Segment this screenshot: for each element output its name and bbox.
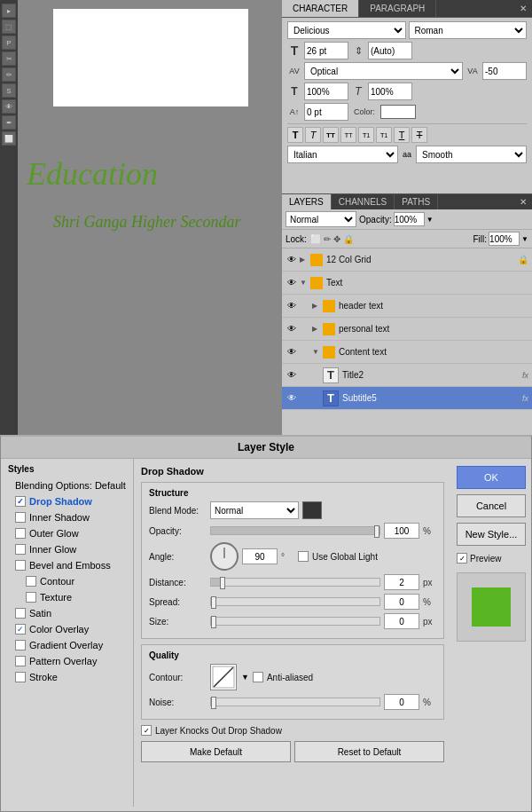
layer-12-col-grid[interactable]: 👁 ▶ 12 Col Grid 🔒 xyxy=(282,248,532,272)
tool-move[interactable]: ▸ xyxy=(2,4,16,18)
tool-paint[interactable]: ✏ xyxy=(2,67,16,82)
aa-select[interactable]: Smooth xyxy=(416,146,527,163)
lock-all-icon[interactable]: 🔒 xyxy=(343,234,354,244)
eye-icon-content[interactable]: 👁 xyxy=(286,346,298,359)
lock-paint-icon[interactable]: ✏ xyxy=(324,234,331,244)
h-scale-input[interactable] xyxy=(368,83,412,100)
char-panel-close[interactable]: ✕ xyxy=(514,0,532,17)
layer-text-group[interactable]: 👁 ▼ Text xyxy=(282,272,532,295)
ds-opacity-knob[interactable] xyxy=(374,525,379,538)
ds-size-slider[interactable] xyxy=(210,617,380,626)
tool-select[interactable]: ⬚ xyxy=(2,20,16,34)
italic-btn[interactable]: T xyxy=(305,127,321,143)
make-default-btn[interactable]: Make Default xyxy=(141,741,291,762)
ds-contour-preview[interactable] xyxy=(210,664,237,690)
drop-shadow-checkbox[interactable] xyxy=(15,496,26,507)
ds-spread-slider[interactable] xyxy=(210,597,380,606)
ds-shadow-color[interactable] xyxy=(302,501,322,519)
tool-crop[interactable]: ✂ xyxy=(2,51,16,66)
ds-noise-knob[interactable] xyxy=(211,697,216,709)
lock-transparent-icon[interactable]: ⬜ xyxy=(310,234,321,244)
tab-character[interactable]: CHARACTER xyxy=(282,0,359,17)
fill-arrow[interactable]: ▼ xyxy=(521,235,528,243)
style-item-contour[interactable]: Contour xyxy=(1,573,133,589)
allcaps-btn[interactable]: TT xyxy=(323,127,339,143)
layer-subtitle5[interactable]: 👁 T Subtitle5 fx xyxy=(282,387,532,410)
layer-header-text[interactable]: 👁 ▶ header text xyxy=(282,295,532,318)
style-item-blending[interactable]: Blending Options: Default xyxy=(1,477,133,493)
inner-glow-checkbox[interactable] xyxy=(15,544,26,555)
style-item-pattern-overlay[interactable]: Pattern Overlay xyxy=(1,653,133,669)
opacity-input[interactable] xyxy=(394,212,425,226)
style-item-bevel-emboss[interactable]: Bevel and Emboss xyxy=(1,557,133,573)
style-item-drop-shadow[interactable]: Drop Shadow xyxy=(1,493,133,509)
ds-distance-knob[interactable] xyxy=(220,577,225,589)
eye-icon-grid[interactable]: 👁 xyxy=(286,254,298,266)
subscript-btn[interactable]: T1 xyxy=(376,127,392,143)
strikethrough-btn[interactable]: T xyxy=(411,127,427,143)
font-style-select[interactable]: Roman xyxy=(409,21,528,39)
leading-input[interactable] xyxy=(368,42,412,59)
ok-btn[interactable]: OK xyxy=(457,466,526,489)
arrow-header[interactable]: ▶ xyxy=(312,302,321,310)
style-item-gradient-overlay[interactable]: Gradient Overlay xyxy=(1,637,133,653)
style-item-satin[interactable]: Satin xyxy=(1,605,133,621)
bold-btn[interactable]: T xyxy=(287,127,303,143)
tool-stamp[interactable]: S xyxy=(2,83,16,98)
baseline-input[interactable] xyxy=(304,103,348,121)
ds-distance-input[interactable] xyxy=(384,574,419,590)
ds-noise-input[interactable] xyxy=(384,694,419,710)
ds-size-input[interactable] xyxy=(384,613,419,629)
anti-aliased-checkbox[interactable] xyxy=(253,672,263,682)
bevel-emboss-checkbox[interactable] xyxy=(15,560,26,571)
style-item-outer-glow[interactable]: Outer Glow xyxy=(1,525,133,541)
layers-panel-close[interactable]: ✕ xyxy=(514,194,532,209)
tab-layers[interactable]: LAYERS xyxy=(282,194,332,209)
ds-spread-knob[interactable] xyxy=(211,596,216,609)
satin-checkbox[interactable] xyxy=(15,608,26,619)
opacity-arrow[interactable]: ▼ xyxy=(426,216,434,224)
texture-checkbox[interactable] xyxy=(26,592,36,603)
kerning-input[interactable] xyxy=(482,62,527,80)
gradient-overlay-checkbox[interactable] xyxy=(15,640,26,650)
style-item-inner-shadow[interactable]: Inner Shadow xyxy=(1,509,133,525)
ds-opacity-slider[interactable] xyxy=(210,526,380,535)
arrow-content[interactable]: ▼ xyxy=(312,348,321,356)
outer-glow-checkbox[interactable] xyxy=(15,528,26,539)
arrow-personal[interactable]: ▶ xyxy=(312,325,321,333)
contour-arrow[interactable]: ▼ xyxy=(241,673,249,682)
tool-eye[interactable]: 👁 xyxy=(2,99,16,114)
smallcaps-btn[interactable]: TT xyxy=(340,127,356,143)
contour-checkbox[interactable] xyxy=(26,576,36,587)
underline-btn[interactable]: T xyxy=(394,127,410,143)
style-item-inner-glow[interactable]: Inner Glow xyxy=(1,541,133,557)
tab-paths[interactable]: PATHS xyxy=(395,194,438,209)
tool-lasso[interactable]: P xyxy=(2,35,16,50)
new-style-btn[interactable]: New Style... xyxy=(457,523,526,546)
layer-content-text[interactable]: 👁 ▼ Content text xyxy=(282,341,532,364)
eye-icon-header[interactable]: 👁 xyxy=(286,300,298,312)
cancel-btn[interactable]: Cancel xyxy=(457,494,526,517)
eye-icon-personal[interactable]: 👁 xyxy=(286,323,298,335)
arrow-text[interactable]: ▼ xyxy=(300,279,309,287)
tab-paragraph[interactable]: PARAGRAPH xyxy=(359,0,436,17)
lock-move-icon[interactable]: ✥ xyxy=(333,234,340,244)
ds-noise-slider[interactable] xyxy=(210,698,380,706)
tool-pen[interactable]: ✒ xyxy=(2,115,16,130)
style-item-color-overlay[interactable]: Color Overlay xyxy=(1,621,133,637)
fill-input[interactable] xyxy=(489,232,520,246)
inner-shadow-checkbox[interactable] xyxy=(15,512,26,523)
ds-global-light-checkbox[interactable] xyxy=(298,551,309,562)
blend-mode-select[interactable]: Normal xyxy=(286,211,356,227)
tab-channels[interactable]: CHANNELS xyxy=(332,194,395,209)
arrow-grid[interactable]: ▶ xyxy=(300,256,309,264)
layer-title2[interactable]: 👁 T Title2 fx xyxy=(282,364,532,387)
language-select[interactable]: Italian xyxy=(287,146,398,163)
ds-distance-slider[interactable] xyxy=(210,578,380,587)
reset-to-default-btn[interactable]: Reset to Default xyxy=(294,741,444,762)
eye-icon-text[interactable]: 👁 xyxy=(286,277,298,289)
ds-angle-input[interactable] xyxy=(242,548,278,564)
eye-icon-subtitle5[interactable]: 👁 xyxy=(286,392,298,405)
layer-personal-text[interactable]: 👁 ▶ personal text xyxy=(282,318,532,341)
ds-size-knob[interactable] xyxy=(211,616,216,628)
